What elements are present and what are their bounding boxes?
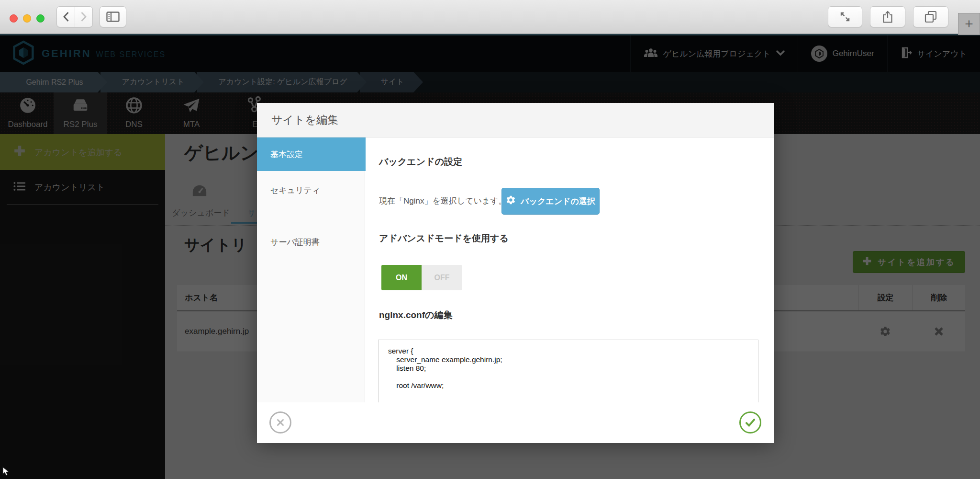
choose-backend-button[interactable]: バックエンドの選択 [501,188,600,215]
modal-title: サイトを編集 [271,113,338,127]
gear-icon [506,195,516,207]
sidebar-icon [106,11,120,22]
backend-settings-heading: バックエンドの設定 [379,156,462,168]
toggle-on-button[interactable]: ON [381,265,422,290]
advanced-mode-heading: アドバンスドモードを使用する [379,232,509,245]
toggle-off-button[interactable]: OFF [422,265,462,290]
history-nav-group [56,6,93,27]
fullscreen-button[interactable] [828,6,862,27]
forward-button[interactable] [75,7,92,27]
new-tab-button[interactable]: + [958,13,980,35]
mouse-cursor [2,467,10,479]
modal-tab-column: 基本設定 セキュリティ サーバ証明書 [257,137,365,402]
nginx-conf-heading: nginx.confの編集 [379,309,453,321]
edit-site-modal: サイトを編集 基本設定 セキュリティ サーバ証明書 バックエンドの設定 現在「N… [257,103,774,443]
modal-content: バックエンドの設定 現在「Nginx」を選択しています。 バックエンドの選択 ア… [366,137,774,402]
choose-backend-label: バックエンドの選択 [521,196,595,207]
modal-tab-basic-settings[interactable]: 基本設定 [257,137,366,171]
confirm-button[interactable] [739,411,761,433]
plus-icon: + [965,16,973,32]
share-icon [882,11,893,23]
modal-tab-security[interactable]: セキュリティ [257,173,365,207]
sidebar-toggle-button[interactable] [100,6,126,27]
modal-tab-server-certificate[interactable]: サーバ証明書 [257,225,365,259]
modal-header: サイトを編集 [257,103,774,137]
back-button[interactable] [57,7,75,27]
tabs-overview-icon [924,11,937,23]
browser-toolbar: + [0,0,980,34]
window-zoom-button[interactable] [36,14,45,23]
current-backend-text: 現在「Nginx」を選択しています。 [379,188,507,215]
window-minimize-button[interactable] [23,14,31,23]
nginx-conf-textarea[interactable]: server { server_name example.gehirn.jp; … [379,340,758,402]
show-tabs-button[interactable] [913,6,948,27]
cancel-button[interactable] [269,411,291,433]
window-close-button[interactable] [10,14,18,23]
fullscreen-icon [839,11,851,23]
modal-footer [257,402,774,443]
advanced-mode-toggle: ON OFF [381,265,462,290]
nginx-conf-editor-box: server { server_name example.gehirn.jp; … [378,340,758,402]
share-button[interactable] [870,6,905,27]
